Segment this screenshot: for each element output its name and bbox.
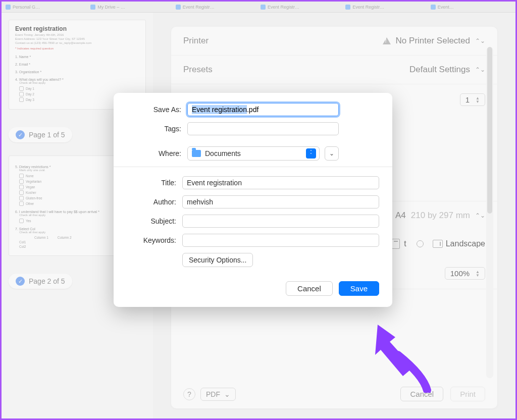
check-icon: ✓ xyxy=(16,277,25,286)
folder-icon xyxy=(192,150,201,157)
radio-icon[interactable] xyxy=(417,240,424,247)
where-label: Where: xyxy=(127,149,187,158)
tab[interactable]: Event Registr… xyxy=(345,2,426,12)
orientation-landscape[interactable]: Landscape xyxy=(434,239,485,249)
warning-icon xyxy=(383,37,391,44)
cancel-button[interactable]: Cancel xyxy=(286,281,333,296)
scrollbar-thumb[interactable] xyxy=(487,47,492,214)
title-label: Title: xyxy=(127,179,182,187)
keywords-field[interactable] xyxy=(182,234,379,247)
pdf-dropdown[interactable]: PDF ⌄ xyxy=(200,388,236,401)
scrollbar[interactable] xyxy=(486,47,493,378)
chevron-down-icon: ⌄ xyxy=(224,390,230,398)
subject-field[interactable] xyxy=(182,215,379,228)
tab[interactable]: Event… xyxy=(431,2,511,12)
author-label: Author: xyxy=(127,198,182,206)
chevron-down-icon: ⌄ xyxy=(329,150,334,157)
expand-location-button[interactable]: ⌄ xyxy=(325,146,339,161)
keywords-label: Keywords: xyxy=(127,236,182,244)
chevron-updown-icon: ⌃⌄ xyxy=(475,37,485,44)
stepper-arrows-icon[interactable]: ▲▼ xyxy=(476,270,480,277)
saveas-label: Save As: xyxy=(127,106,187,114)
chevron-updown-icon: ⌃⌄ xyxy=(475,66,485,73)
help-button[interactable]: ? xyxy=(183,388,195,400)
stepper-arrows-icon[interactable]: ▲▼ xyxy=(476,96,480,103)
copies-stepper[interactable]: 1 ▲▼ xyxy=(460,93,485,106)
page-badge-1[interactable]: ✓ Page 1 of 5 xyxy=(9,127,72,142)
browser-tabs: Personal G… My Drive – … Event Registr… … xyxy=(2,2,515,13)
tags-field[interactable] xyxy=(187,122,339,135)
author-field[interactable] xyxy=(182,195,379,208)
save-button[interactable]: Save xyxy=(339,281,379,296)
print-cancel-button[interactable]: Cancel xyxy=(400,387,443,401)
where-dropdown[interactable]: Documents ˄˅ xyxy=(187,146,320,161)
print-button[interactable]: Print xyxy=(450,387,485,401)
presets-row[interactable]: Presets Default Settings ⌃⌄ xyxy=(171,56,497,84)
check-icon: ✓ xyxy=(16,130,25,139)
chevron-updown-icon: ⌃⌄ xyxy=(475,212,485,219)
tags-label: Tags: xyxy=(127,125,187,133)
portrait-icon xyxy=(392,239,400,249)
page-badge-2[interactable]: ✓ Page 2 of 5 xyxy=(9,274,72,289)
tab[interactable]: Event Registr… xyxy=(261,2,341,12)
subject-label: Subject: xyxy=(127,217,182,225)
landscape-icon xyxy=(433,240,443,248)
thumb-title: Event registration xyxy=(15,25,139,32)
saveas-field[interactable]: Event registration.pdf xyxy=(187,103,339,116)
security-options-button[interactable]: Security Options... xyxy=(182,253,253,267)
orientation-portrait[interactable]: t xyxy=(392,239,406,249)
printer-row[interactable]: Printer No Printer Selected ⌃⌄ xyxy=(171,27,497,56)
save-pdf-sheet: Save As: Event registration.pdf Tags: Wh… xyxy=(114,93,392,307)
tab[interactable]: Personal G… xyxy=(6,2,86,12)
chevron-updown-icon: ˄˅ xyxy=(306,148,316,159)
tab[interactable]: My Drive – … xyxy=(90,2,171,12)
scale-stepper[interactable]: 100% ▲▼ xyxy=(445,267,485,280)
tab[interactable]: Event Registr… xyxy=(176,2,256,12)
title-field[interactable] xyxy=(182,176,379,189)
